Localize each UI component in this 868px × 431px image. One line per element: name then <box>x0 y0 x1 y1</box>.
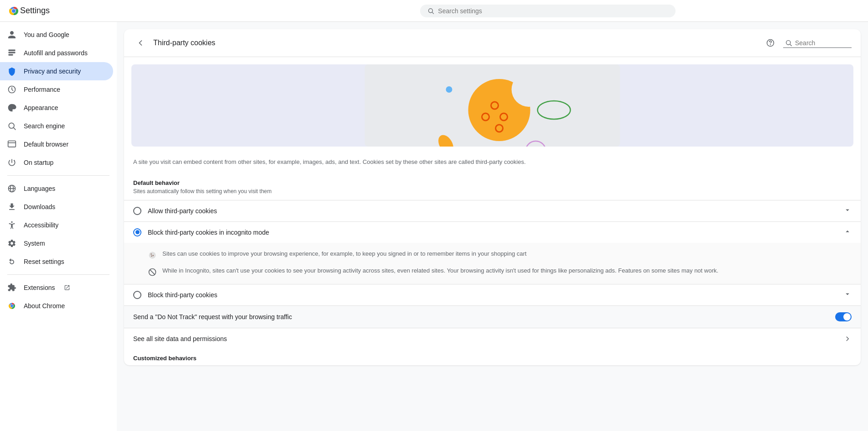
sidebar-divider-2 <box>7 274 109 275</box>
person-icon <box>7 30 16 39</box>
performance-icon <box>7 85 16 94</box>
topbar: Settings <box>0 0 868 22</box>
sidebar-item-on-startup[interactable]: On startup <box>0 153 113 172</box>
sidebar-label: Privacy and security <box>24 68 81 75</box>
svg-point-5 <box>429 8 433 12</box>
reset-icon <box>7 257 16 266</box>
sidebar-label: Appearance <box>24 104 58 111</box>
do-not-track-toggle[interactable] <box>835 312 852 321</box>
illustration-svg <box>131 64 853 147</box>
sidebar-label: Accessibility <box>24 221 58 229</box>
sidebar-item-default-browser[interactable]: Default browser <box>0 135 113 153</box>
sidebar-label: Search engine <box>24 122 65 130</box>
do-not-track-row[interactable]: Send a "Do Not Track" request with your … <box>124 305 861 328</box>
sidebar: You and Google Autofill and passwords Pr… <box>0 22 117 431</box>
block-incognito-label: Block third-party cookies in incognito m… <box>148 229 837 236</box>
see-all-site-data-row[interactable]: See all site data and permissions <box>124 328 861 349</box>
external-link-icon <box>64 284 70 291</box>
sidebar-item-accessibility[interactable]: Accessibility <box>0 216 113 234</box>
system-icon <box>7 239 16 248</box>
svg-rect-8 <box>9 52 16 53</box>
sidebar-divider <box>7 175 109 176</box>
sidebar-label: Downloads <box>24 203 55 210</box>
app-title: Settings <box>20 6 50 16</box>
sidebar-label: Languages <box>24 185 55 192</box>
sidebar-item-about-chrome[interactable]: About Chrome <box>0 297 113 315</box>
cookie-icon <box>148 251 157 260</box>
sidebar-label: Extensions <box>24 284 55 291</box>
expanded-detail-0: Sites can use cookies to improve your br… <box>162 250 526 257</box>
block-all-label: Block third-party cookies <box>148 291 837 299</box>
block-incognito-radio[interactable] <box>133 228 141 237</box>
block-all-radio[interactable] <box>133 291 141 299</box>
svg-rect-13 <box>8 141 16 147</box>
sidebar-item-appearance[interactable]: Appearance <box>0 99 113 117</box>
svg-point-25 <box>786 40 790 44</box>
expanded-item-1: While in Incognito, sites can't use your… <box>148 263 852 280</box>
svg-rect-9 <box>9 54 13 56</box>
cookies-illustration <box>131 64 853 147</box>
sidebar-item-autofill[interactable]: Autofill and passwords <box>0 44 113 62</box>
startup-icon <box>7 158 16 167</box>
search-input[interactable] <box>438 7 668 15</box>
block-incognito-expand[interactable] <box>843 227 852 237</box>
svg-rect-7 <box>9 50 16 51</box>
sidebar-item-search-engine[interactable]: Search engine <box>0 117 113 135</box>
sidebar-item-system[interactable]: System <box>0 234 113 252</box>
svg-point-4 <box>12 9 16 13</box>
browser-icon <box>7 140 16 149</box>
search-icon <box>427 7 434 15</box>
sidebar-label: You and Google <box>24 31 69 38</box>
customized-behaviors-title: Customized behaviors <box>124 349 861 365</box>
svg-point-24 <box>770 44 771 45</box>
back-button[interactable] <box>133 36 148 50</box>
globe-icon <box>7 184 16 193</box>
block-incognito-option[interactable]: Block third-party cookies in incognito m… <box>124 221 861 243</box>
autofill-icon <box>7 48 16 58</box>
allow-cookies-option[interactable]: Allow third-party cookies <box>124 200 861 221</box>
shield-icon <box>7 67 16 76</box>
expanded-detail-1: While in Incognito, sites can't use your… <box>162 267 718 274</box>
chevron-right-icon <box>843 335 852 343</box>
about-chrome-icon <box>7 301 16 310</box>
sidebar-item-reset-settings[interactable]: Reset settings <box>0 252 113 271</box>
svg-line-6 <box>432 12 434 14</box>
help-button[interactable] <box>763 36 778 50</box>
svg-point-22 <box>10 305 13 307</box>
panel-header: Third-party cookies <box>124 29 861 57</box>
panel-search[interactable] <box>783 38 852 48</box>
sidebar-item-privacy-security[interactable]: Privacy and security <box>0 62 113 80</box>
panel-title: Third-party cookies <box>153 39 758 47</box>
sidebar-item-downloads[interactable]: Downloads <box>0 198 113 216</box>
block-all-option[interactable]: Block third-party cookies <box>124 284 861 305</box>
panel-search-input[interactable] <box>795 39 850 47</box>
default-behavior-subtitle: Sites automatically follow this setting … <box>124 188 861 200</box>
svg-line-12 <box>14 128 16 130</box>
svg-point-46 <box>151 255 152 257</box>
expanded-item-0: Sites can use cookies to improve your br… <box>148 247 852 263</box>
main-layout: You and Google Autofill and passwords Pr… <box>0 22 868 431</box>
sidebar-label: System <box>24 240 45 247</box>
sidebar-item-you-and-google[interactable]: You and Google <box>0 26 113 44</box>
sidebar-label: Reset settings <box>24 258 64 265</box>
search-bar-wrapper <box>420 5 676 17</box>
do-not-track-label: Send a "Do Not Track" request with your … <box>133 313 830 321</box>
sidebar-label: Performance <box>24 86 60 93</box>
appearance-icon <box>7 103 16 112</box>
allow-cookies-label: Allow third-party cookies <box>148 207 837 215</box>
sidebar-label: On startup <box>24 159 53 166</box>
svg-point-45 <box>152 255 154 256</box>
allow-cookies-radio[interactable] <box>133 207 141 215</box>
panel-search-icon <box>785 39 792 47</box>
sidebar-item-extensions[interactable]: Extensions <box>0 279 113 297</box>
svg-point-11 <box>9 123 14 128</box>
search-bar[interactable] <box>420 5 676 17</box>
sidebar-item-performance[interactable]: Performance <box>0 80 113 99</box>
sidebar-label: Default browser <box>24 141 68 148</box>
allow-cookies-expand[interactable] <box>843 206 852 216</box>
panel-description: A site you visit can embed content from … <box>124 154 861 174</box>
panel: Third-party cookies <box>124 29 861 365</box>
block-all-expand[interactable] <box>843 290 852 300</box>
sidebar-item-languages[interactable]: Languages <box>0 179 113 198</box>
sidebar-label: Autofill and passwords <box>24 49 88 57</box>
